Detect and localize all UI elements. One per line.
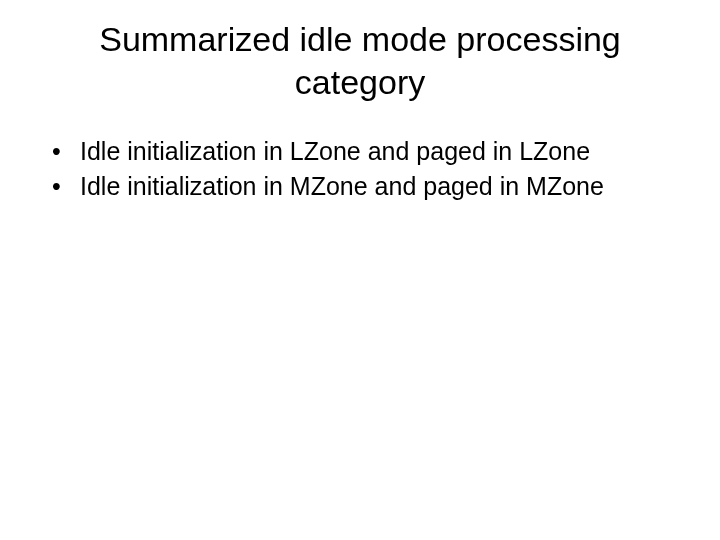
list-item: • Idle initialization in MZone and paged… [48,170,680,203]
slide: Summarized idle mode processing category… [0,0,720,540]
bullet-text: Idle initialization in MZone and paged i… [80,170,680,203]
bullet-text: Idle initialization in LZone and paged i… [80,135,680,168]
slide-content: • Idle initialization in LZone and paged… [40,135,680,202]
bullet-icon: • [48,135,80,168]
bullet-icon: • [48,170,80,203]
slide-title: Summarized idle mode processing category [40,18,680,103]
list-item: • Idle initialization in LZone and paged… [48,135,680,168]
